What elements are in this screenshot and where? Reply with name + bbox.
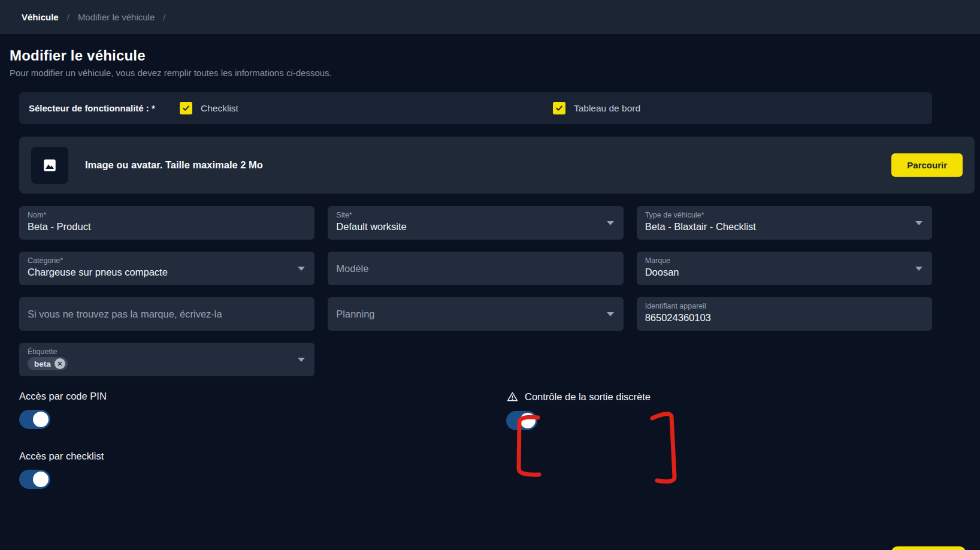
- field-placeholder: Si vous ne trouvez pas la marque, écrive…: [28, 309, 222, 320]
- field-label: Site*: [336, 211, 601, 219]
- field-label: Étiquette: [28, 347, 293, 356]
- pin-access-group: Accès par code PIN: [19, 391, 980, 429]
- discrete-output-group: Contrôle de la sortie discrète: [506, 391, 651, 430]
- breadcrumb-item-vehicule[interactable]: Véhicule: [22, 12, 59, 22]
- field-label: Type de véhicule*: [645, 211, 911, 219]
- chevron-down-icon: [298, 267, 305, 271]
- feature-selector-label: Sélecteur de fonctionnalité : *: [29, 103, 180, 113]
- tag-select[interactable]: Étiquette beta ✕: [19, 343, 314, 376]
- page-subtitle: Pour modifier un véhicule, vous devez re…: [10, 68, 970, 78]
- checkbox-option-tableau-de-bord[interactable]: Tableau de bord: [553, 102, 640, 114]
- browse-button[interactable]: Parcourir: [891, 153, 963, 177]
- breadcrumb-separator: /: [67, 12, 69, 22]
- checkbox-label: Checklist: [201, 103, 238, 114]
- checklist-access-toggle[interactable]: [19, 470, 50, 489]
- chevron-down-icon: [915, 221, 922, 225]
- checkbox-option-checklist[interactable]: Checklist: [180, 102, 238, 114]
- vehicle-type-select[interactable]: Type de véhicule* Beta - Blaxtair - Chec…: [637, 206, 932, 240]
- image-upload-panel: Image ou avatar. Taille maximale 2 Mo Pa…: [19, 137, 975, 194]
- upload-hint-text: Image ou avatar. Taille maximale 2 Mo: [85, 159, 263, 171]
- field-label: Identifiant appareil: [645, 302, 911, 310]
- chevron-down-icon: [607, 221, 614, 225]
- chevron-down-icon: [607, 312, 614, 316]
- toggle-knob: [520, 413, 536, 428]
- checkbox-label: Tableau de bord: [574, 103, 640, 114]
- field-value: 865024360103: [645, 312, 911, 324]
- close-icon[interactable]: ✕: [55, 358, 65, 369]
- page-header: Modifier le véhicule Pour modifier un vé…: [0, 34, 980, 78]
- pin-access-label: Accès par code PIN: [19, 391, 980, 402]
- field-value: Default worksite: [336, 221, 601, 232]
- field-label: Nom*: [28, 211, 293, 219]
- checkbox-checklist[interactable]: [180, 102, 192, 114]
- breadcrumb: Véhicule / Modifier le véhicule /: [0, 0, 980, 34]
- discrete-output-toggle[interactable]: [506, 411, 537, 430]
- toggle-knob: [33, 412, 49, 427]
- field-value: Doosan: [645, 267, 911, 278]
- field-label: Marque: [645, 256, 911, 265]
- checklist-access-group: Accès par checklist: [19, 451, 980, 489]
- tag-chip-label: beta: [34, 359, 51, 368]
- access-toggles-section: Accès par code PIN Accès par checklist C…: [19, 391, 980, 528]
- page-title: Modifier le véhicule: [10, 47, 970, 64]
- site-select[interactable]: Site* Default worksite: [328, 206, 623, 240]
- device-id-field[interactable]: Identifiant appareil 865024360103: [637, 297, 932, 331]
- chevron-down-icon: [298, 358, 305, 362]
- pin-access-toggle[interactable]: [19, 410, 50, 429]
- field-placeholder: Planning: [336, 309, 374, 320]
- save-button-partial[interactable]: [891, 546, 966, 550]
- toggle-knob: [33, 472, 49, 487]
- tag-chip[interactable]: beta ✕: [28, 357, 68, 370]
- image-upload-dropzone[interactable]: [31, 147, 68, 184]
- check-icon: [555, 104, 564, 113]
- field-placeholder: Modèle: [336, 263, 368, 274]
- warning-triangle-icon: [506, 391, 519, 403]
- model-input[interactable]: Modèle: [328, 252, 623, 285]
- brand-select[interactable]: Marque Doosan: [637, 252, 932, 285]
- image-icon: [42, 158, 58, 173]
- breadcrumb-separator: /: [163, 12, 165, 22]
- vehicle-form: Nom* Beta - Product Site* Default worksi…: [19, 206, 932, 376]
- field-value: Beta - Product: [28, 221, 293, 232]
- chevron-down-icon: [915, 267, 922, 271]
- field-label: Catégorie*: [28, 256, 293, 265]
- checklist-access-label: Accès par checklist: [19, 451, 980, 462]
- check-icon: [182, 104, 190, 113]
- checkbox-tableau-de-bord[interactable]: [553, 102, 565, 114]
- planning-select[interactable]: Planning: [328, 297, 623, 331]
- breadcrumb-item-modifier[interactable]: Modifier le véhicule: [78, 12, 155, 22]
- discrete-output-label: Contrôle de la sortie discrète: [525, 391, 651, 403]
- name-field[interactable]: Nom* Beta - Product: [19, 206, 314, 240]
- category-select[interactable]: Catégorie* Chargeuse sur pneus compacte: [19, 252, 314, 285]
- field-value: Beta - Blaxtair - Checklist: [645, 221, 911, 232]
- feature-selector-bar: Sélecteur de fonctionnalité : * Checklis…: [19, 92, 932, 124]
- custom-brand-input[interactable]: Si vous ne trouvez pas la marque, écrive…: [19, 297, 314, 331]
- field-value: Chargeuse sur pneus compacte: [28, 267, 293, 278]
